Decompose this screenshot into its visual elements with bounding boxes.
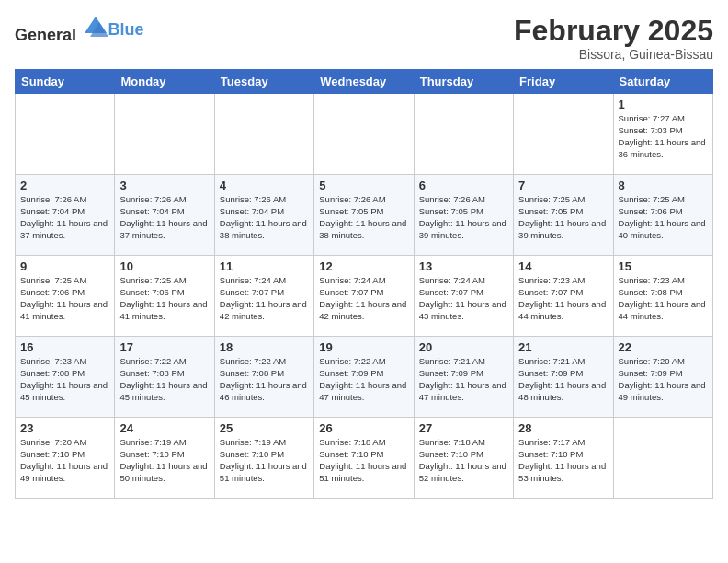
calendar-cell	[214, 94, 313, 175]
calendar-cell	[514, 94, 613, 175]
day-number: 26	[319, 421, 408, 435]
calendar-cell: 6Sunrise: 7:26 AM Sunset: 7:05 PM Daylig…	[414, 175, 513, 256]
day-info: Sunrise: 7:26 AM Sunset: 7:04 PM Dayligh…	[220, 194, 309, 241]
day-info: Sunrise: 7:20 AM Sunset: 7:09 PM Dayligh…	[619, 356, 708, 403]
day-number: 4	[220, 178, 309, 192]
day-info: Sunrise: 7:19 AM Sunset: 7:10 PM Dayligh…	[119, 437, 209, 484]
calendar-week-row: 16Sunrise: 7:23 AM Sunset: 7:08 PM Dayli…	[16, 337, 713, 418]
day-number: 27	[419, 421, 508, 435]
location-title: Bissora, Guinea-Bissau	[514, 47, 713, 62]
logo-blue: Blue	[108, 20, 144, 39]
day-info: Sunrise: 7:19 AM Sunset: 7:10 PM Dayligh…	[220, 437, 309, 484]
title-area: February 2025 Bissora, Guinea-Bissau	[514, 15, 713, 62]
calendar-week-row: 9Sunrise: 7:25 AM Sunset: 7:06 PM Daylig…	[16, 256, 713, 337]
calendar-cell: 16Sunrise: 7:23 AM Sunset: 7:08 PM Dayli…	[16, 337, 115, 418]
day-info: Sunrise: 7:26 AM Sunset: 7:05 PM Dayligh…	[319, 194, 408, 241]
calendar-cell: 3Sunrise: 7:26 AM Sunset: 7:04 PM Daylig…	[115, 175, 214, 256]
calendar-cell: 20Sunrise: 7:21 AM Sunset: 7:09 PM Dayli…	[414, 337, 513, 418]
calendar-cell: 15Sunrise: 7:23 AM Sunset: 7:08 PM Dayli…	[613, 256, 712, 337]
day-info: Sunrise: 7:18 AM Sunset: 7:10 PM Dayligh…	[319, 437, 408, 484]
calendar-cell: 19Sunrise: 7:22 AM Sunset: 7:09 PM Dayli…	[314, 337, 414, 418]
calendar-cell	[314, 94, 414, 175]
calendar-cell: 24Sunrise: 7:19 AM Sunset: 7:10 PM Dayli…	[115, 418, 214, 499]
day-info: Sunrise: 7:25 AM Sunset: 7:06 PM Dayligh…	[619, 194, 708, 241]
day-number: 23	[20, 421, 109, 435]
logo: General Blue	[15, 15, 144, 45]
weekday-header: Wednesday	[314, 70, 414, 94]
calendar-week-row: 23Sunrise: 7:20 AM Sunset: 7:10 PM Dayli…	[16, 418, 713, 499]
day-info: Sunrise: 7:25 AM Sunset: 7:06 PM Dayligh…	[119, 275, 209, 322]
day-number: 25	[220, 421, 309, 435]
day-number: 15	[619, 259, 708, 273]
day-info: Sunrise: 7:25 AM Sunset: 7:05 PM Dayligh…	[518, 194, 608, 241]
calendar-cell: 10Sunrise: 7:25 AM Sunset: 7:06 PM Dayli…	[115, 256, 214, 337]
weekday-header: Sunday	[16, 70, 115, 94]
calendar-cell: 22Sunrise: 7:20 AM Sunset: 7:09 PM Dayli…	[613, 337, 712, 418]
day-number: 18	[220, 340, 309, 354]
day-info: Sunrise: 7:24 AM Sunset: 7:07 PM Dayligh…	[220, 275, 309, 322]
day-info: Sunrise: 7:26 AM Sunset: 7:04 PM Dayligh…	[20, 194, 109, 241]
day-info: Sunrise: 7:22 AM Sunset: 7:08 PM Dayligh…	[220, 356, 309, 403]
calendar-cell: 1Sunrise: 7:27 AM Sunset: 7:03 PM Daylig…	[613, 94, 712, 175]
calendar-cell: 17Sunrise: 7:22 AM Sunset: 7:08 PM Dayli…	[115, 337, 214, 418]
day-number: 17	[119, 340, 209, 354]
calendar-week-row: 1Sunrise: 7:27 AM Sunset: 7:03 PM Daylig…	[16, 94, 713, 175]
logo-icon	[83, 15, 108, 40]
calendar-cell	[613, 418, 712, 499]
day-info: Sunrise: 7:24 AM Sunset: 7:07 PM Dayligh…	[319, 275, 408, 322]
day-number: 7	[518, 178, 608, 192]
calendar-cell: 12Sunrise: 7:24 AM Sunset: 7:07 PM Dayli…	[314, 256, 414, 337]
calendar-header-row: SundayMondayTuesdayWednesdayThursdayFrid…	[16, 70, 713, 94]
calendar-cell: 13Sunrise: 7:24 AM Sunset: 7:07 PM Dayli…	[414, 256, 513, 337]
calendar-cell: 11Sunrise: 7:24 AM Sunset: 7:07 PM Dayli…	[214, 256, 313, 337]
day-info: Sunrise: 7:21 AM Sunset: 7:09 PM Dayligh…	[518, 356, 608, 403]
calendar-cell: 25Sunrise: 7:19 AM Sunset: 7:10 PM Dayli…	[214, 418, 313, 499]
day-number: 1	[619, 98, 708, 111]
calendar-cell	[16, 94, 115, 175]
calendar-cell: 2Sunrise: 7:26 AM Sunset: 7:04 PM Daylig…	[16, 175, 115, 256]
logo-general: General	[15, 26, 76, 44]
calendar-cell: 7Sunrise: 7:25 AM Sunset: 7:05 PM Daylig…	[514, 175, 613, 256]
calendar-cell: 18Sunrise: 7:22 AM Sunset: 7:08 PM Dayli…	[214, 337, 313, 418]
day-number: 6	[419, 178, 508, 192]
calendar-table: SundayMondayTuesdayWednesdayThursdayFrid…	[15, 69, 713, 499]
day-info: Sunrise: 7:24 AM Sunset: 7:07 PM Dayligh…	[419, 275, 508, 322]
weekday-header: Thursday	[414, 70, 513, 94]
day-info: Sunrise: 7:18 AM Sunset: 7:10 PM Dayligh…	[419, 437, 508, 484]
day-number: 14	[518, 259, 608, 273]
day-info: Sunrise: 7:22 AM Sunset: 7:08 PM Dayligh…	[119, 356, 209, 403]
day-number: 24	[119, 421, 209, 435]
day-number: 8	[619, 178, 708, 192]
day-info: Sunrise: 7:22 AM Sunset: 7:09 PM Dayligh…	[319, 356, 408, 403]
day-info: Sunrise: 7:23 AM Sunset: 7:08 PM Dayligh…	[619, 275, 708, 322]
day-number: 5	[319, 178, 408, 192]
calendar-cell	[414, 94, 513, 175]
calendar-cell	[115, 94, 214, 175]
calendar-cell: 9Sunrise: 7:25 AM Sunset: 7:06 PM Daylig…	[16, 256, 115, 337]
day-number: 9	[20, 259, 109, 273]
day-number: 11	[220, 259, 309, 273]
day-number: 20	[419, 340, 508, 354]
calendar-cell: 14Sunrise: 7:23 AM Sunset: 7:07 PM Dayli…	[514, 256, 613, 337]
calendar-cell: 21Sunrise: 7:21 AM Sunset: 7:09 PM Dayli…	[514, 337, 613, 418]
day-number: 28	[518, 421, 608, 435]
weekday-header: Saturday	[613, 70, 712, 94]
day-number: 13	[419, 259, 508, 273]
day-info: Sunrise: 7:25 AM Sunset: 7:06 PM Dayligh…	[20, 275, 109, 322]
day-number: 3	[119, 178, 209, 192]
calendar-cell: 5Sunrise: 7:26 AM Sunset: 7:05 PM Daylig…	[314, 175, 414, 256]
day-info: Sunrise: 7:21 AM Sunset: 7:09 PM Dayligh…	[419, 356, 508, 403]
day-number: 2	[20, 178, 109, 192]
day-number: 19	[319, 340, 408, 354]
calendar-week-row: 2Sunrise: 7:26 AM Sunset: 7:04 PM Daylig…	[16, 175, 713, 256]
day-info: Sunrise: 7:23 AM Sunset: 7:07 PM Dayligh…	[518, 275, 608, 322]
month-title: February 2025	[514, 15, 713, 47]
day-info: Sunrise: 7:20 AM Sunset: 7:10 PM Dayligh…	[20, 437, 109, 484]
day-info: Sunrise: 7:26 AM Sunset: 7:05 PM Dayligh…	[419, 194, 508, 241]
page-header: General Blue February 2025 Bissora, Guin…	[15, 15, 713, 62]
calendar-cell: 28Sunrise: 7:17 AM Sunset: 7:10 PM Dayli…	[514, 418, 613, 499]
calendar-cell: 23Sunrise: 7:20 AM Sunset: 7:10 PM Dayli…	[16, 418, 115, 499]
day-info: Sunrise: 7:23 AM Sunset: 7:08 PM Dayligh…	[20, 356, 109, 403]
day-number: 22	[619, 340, 708, 354]
day-info: Sunrise: 7:26 AM Sunset: 7:04 PM Dayligh…	[119, 194, 209, 241]
